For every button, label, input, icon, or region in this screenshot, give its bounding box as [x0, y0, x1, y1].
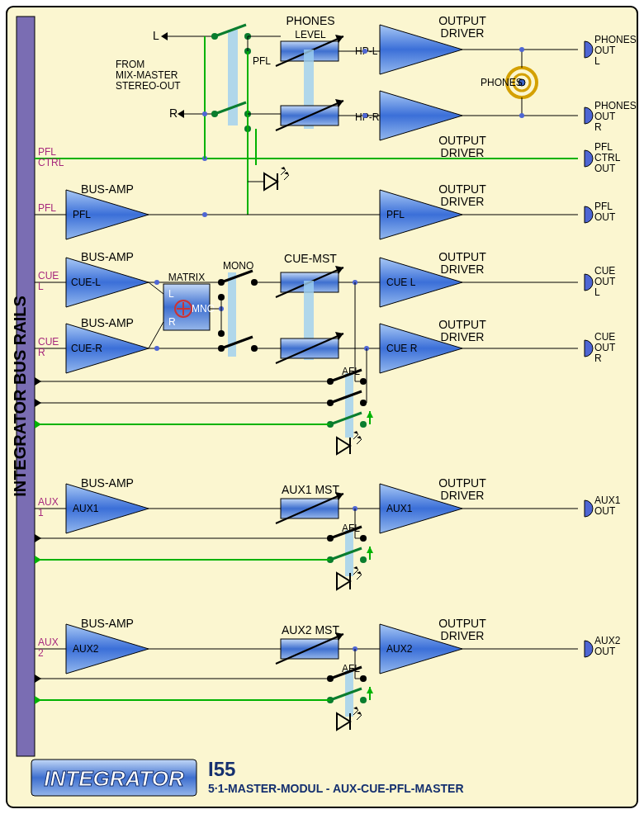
cue-drv-l-label: CUE L — [386, 277, 416, 288]
svg-text:OUTPUTDRIVER: OUTPUTDRIVER — [438, 14, 486, 40]
cue-master-label: CUE-MST — [284, 252, 337, 265]
bus-pfl: PFL — [38, 202, 56, 214]
phones-header: PHONES — [286, 14, 334, 27]
svg-point-76 — [154, 280, 159, 285]
busamp-pfl: BUS-AMP — [81, 182, 134, 196]
driver-aux2: OUTPUTDRIVER — [438, 617, 486, 642]
phones-jack-label: PHONES — [481, 77, 523, 88]
aux1-amp-label: AUX1 — [73, 503, 99, 514]
busamp-cue-l: BUS-AMP — [81, 250, 134, 263]
phones-pfl-label: PFL — [253, 55, 271, 67]
svg-point-42 — [519, 113, 524, 118]
aux2-master-label: AUX2 MST — [282, 623, 339, 637]
busamp-aux1: BUS-AMP — [81, 476, 134, 490]
driver-pfl: OUTPUTDRIVER — [438, 182, 486, 208]
driver-cue-l: OUTPUTDRIVER — [438, 250, 486, 276]
aux1-master-label: AUX1 MST — [282, 483, 339, 496]
svg-point-48 — [202, 111, 207, 116]
bus-rail-label: INTEGRATOR BUS RAILS — [11, 296, 29, 497]
cue-drv-r-label: CUE R — [386, 343, 418, 354]
svg-point-77 — [154, 346, 159, 351]
busamp-aux2: BUS-AMP — [81, 617, 134, 630]
driver-cue-r: OUTPUTDRIVER — [438, 318, 486, 343]
aux2-drv-label: AUX2 — [386, 643, 413, 655]
pfl-amp-label: PFL — [73, 209, 91, 220]
brand-label: INTEGRATOR — [44, 766, 184, 791]
subtitle-label: 5·1-MASTER-MODUL - AUX-CUE-PFL-MASTER — [208, 782, 464, 795]
block-diagram: INTEGRATOR BUS RAILS .lbl{font-size:14px… — [0, 0, 644, 814]
phones-hp-r: HP-R — [355, 111, 380, 123]
model-label: I55 — [208, 758, 235, 780]
svg-rect-16 — [228, 30, 238, 125]
svg-point-31 — [362, 113, 367, 118]
aux1-drv-label: AUX1 — [386, 503, 413, 514]
svg-text:OUTPUTDRIVER: OUTPUTDRIVER — [438, 134, 486, 159]
cue-l-amp-label: CUE-L — [71, 277, 101, 288]
svg-rect-89 — [345, 373, 353, 438]
matrix-l: L — [168, 288, 174, 300]
matrix-label: MATRIX — [168, 272, 205, 283]
aux2-amp-label: AUX2 — [73, 643, 99, 655]
pfl-drv-label: PFL — [386, 209, 405, 220]
mono-label: MONO — [223, 260, 253, 272]
busamp-cue-r: BUS-AMP — [81, 316, 134, 329]
phones-level-label: LEVEL — [295, 29, 326, 40]
matrix-r: R — [168, 316, 176, 328]
svg-rect-11 — [7, 7, 637, 807]
source-r-label: R — [169, 106, 178, 120]
svg-point-41 — [519, 47, 524, 52]
svg-point-27 — [362, 49, 367, 54]
source-l-label: L — [153, 29, 159, 42]
cue-r-amp-label: CUE-R — [71, 343, 102, 354]
driver-aux1: OUTPUTDRIVER — [438, 476, 486, 502]
